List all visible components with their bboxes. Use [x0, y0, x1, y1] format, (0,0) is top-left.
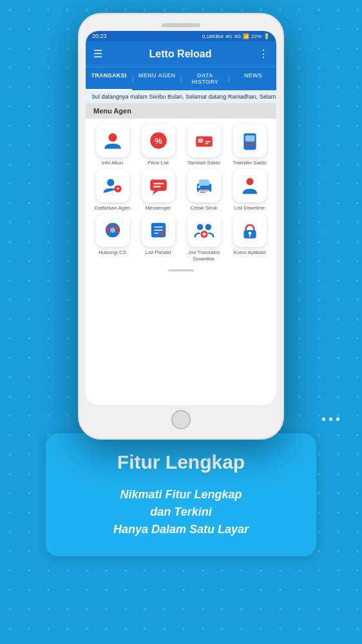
svg-point-35 — [205, 224, 211, 231]
svg-rect-10 — [245, 142, 249, 146]
svg-point-29 — [110, 228, 115, 233]
menu-item-cetak-struk[interactable]: Cetak Struk — [182, 169, 225, 211]
phone-screen: 20:23 0,18KB/d 4G 3G 📶 22% 🔋 ☰ Letto Rel… — [86, 31, 276, 405]
price-list-label: Price List — [148, 160, 169, 166]
jml-transaksi-icon-wrapper — [187, 213, 221, 247]
status-time: 20:23 — [92, 33, 107, 39]
price-list-icon-wrapper: % — [142, 124, 175, 157]
kunci-aplikasi-label: Kunci Aplikasi — [234, 249, 265, 256]
svg-rect-5 — [198, 139, 203, 142]
menu-item-tambah-saldo[interactable]: Tambah Saldo — [182, 124, 225, 166]
signal-4g: 4G — [225, 34, 233, 39]
svg-point-40 — [248, 232, 251, 235]
status-icons: 0,18KB/d 4G 3G 📶 22% 🔋 — [202, 34, 270, 39]
feature-title: Fitur Lengkap — [65, 451, 297, 473]
svg-point-34 — [196, 224, 203, 231]
cetak-struk-icon — [194, 175, 214, 196]
battery-icon: 🔋 — [263, 34, 270, 39]
list-downline-label: List Downline — [234, 205, 265, 211]
info-akun-label: Info Akun — [102, 160, 123, 166]
tab-bar: TRANSAKSI | MENU AGEN | DATA HISTORY | N… — [86, 66, 276, 90]
menu-item-info-akun[interactable]: Info Akun — [91, 124, 134, 166]
list-paralel-icon-wrapper — [142, 213, 175, 247]
list-paralel-label: List Paralel — [146, 249, 171, 256]
kunci-aplikasi-icon — [240, 220, 260, 240]
transfer-saldo-icon-wrapper — [233, 124, 267, 157]
signal-3g: 3G — [234, 34, 241, 39]
svg-rect-20 — [199, 179, 209, 186]
tab-transaksi[interactable]: TRANSAKSI — [86, 67, 132, 90]
svg-point-1 — [108, 133, 117, 142]
phone-frame: 20:23 0,18KB/d 4G 3G 📶 22% 🔋 ☰ Letto Rel… — [78, 13, 284, 440]
feature-subtitle-line3: Hanya Dalam Satu Layar — [113, 523, 249, 536]
hubungi-cs-icon-wrapper — [96, 213, 129, 247]
tab-data-history[interactable]: DATA HISTORY — [182, 67, 228, 90]
menu-item-daftarkan-agen[interactable]: + Daftarkan Agen — [91, 169, 134, 211]
svg-rect-28 — [116, 229, 119, 233]
menu-grid: Info Akun % Price List — [86, 119, 276, 267]
wifi-icon: 📶 — [243, 34, 249, 39]
hubungi-cs-label: Hubungi CS — [99, 249, 126, 256]
feature-card: Fitur Lengkap Nikmati Fitur Lengkap dan … — [46, 433, 316, 556]
tambah-saldo-icon — [194, 130, 214, 151]
dots-indicator: ••• — [321, 412, 362, 427]
hamburger-menu-icon[interactable]: ☰ — [93, 48, 102, 60]
bottom-section: ••• Fitur Lengkap Nikmati Fitur Lengkap … — [0, 405, 362, 644]
cetak-struk-icon-wrapper — [187, 169, 221, 202]
svg-point-25 — [246, 178, 253, 185]
messenger-icon-wrapper — [142, 169, 175, 202]
scroll-indicator-bar — [86, 267, 276, 274]
svg-text:+: + — [116, 185, 120, 192]
svg-point-12 — [107, 179, 114, 186]
svg-marker-16 — [152, 191, 158, 195]
tab-menu-agen[interactable]: MENU AGEN — [134, 67, 180, 90]
kunci-aplikasi-icon-wrapper — [233, 213, 267, 247]
app-header: ☰ Letto Reload ⋮ — [86, 41, 276, 66]
transfer-saldo-icon — [240, 130, 260, 151]
more-options-icon[interactable]: ⋮ — [258, 48, 269, 60]
feature-subtitle: Nikmati Fitur Lengkap dan Terkini Hanya … — [65, 486, 297, 538]
menu-item-list-paralel[interactable]: List Paralel — [137, 213, 180, 262]
app-title: Letto Reload — [149, 48, 212, 60]
status-bar: 20:23 0,18KB/d 4G 3G 📶 22% 🔋 — [86, 31, 276, 41]
tambah-saldo-icon-wrapper — [187, 124, 221, 157]
feature-subtitle-line2: dan Terkini — [150, 505, 211, 518]
daftarkan-agen-icon: + — [102, 175, 123, 196]
svg-rect-27 — [106, 229, 109, 233]
svg-rect-22 — [198, 186, 200, 188]
phone-home-area — [86, 410, 276, 429]
price-list-icon: % — [148, 130, 169, 151]
jml-transaksi-icon — [194, 220, 214, 240]
daftarkan-agen-label: Daftarkan Agen — [95, 205, 130, 211]
feature-subtitle-line1: Nikmati Fitur Lengkap — [120, 488, 242, 501]
info-akun-icon-wrapper — [96, 124, 129, 157]
cetak-struk-label: Cetak Struk — [191, 205, 218, 211]
menu-item-jml-transaksi[interactable]: Jml Transaksi Downline — [182, 213, 225, 262]
menu-item-transfer-saldo[interactable]: Transfer Saldo — [228, 124, 271, 166]
tambah-saldo-label: Tambah Saldo — [187, 160, 220, 166]
hubungi-cs-icon — [102, 220, 123, 240]
menu-item-price-list[interactable]: % Price List — [137, 124, 180, 166]
svg-rect-9 — [245, 135, 254, 142]
menu-item-kunci-aplikasi[interactable]: Kunci Aplikasi — [228, 213, 271, 262]
svg-text:%: % — [155, 136, 162, 146]
tab-news[interactable]: NEWS — [230, 67, 276, 90]
transfer-saldo-label: Transfer Saldo — [233, 160, 266, 166]
scroll-indicator — [168, 269, 194, 271]
svg-rect-11 — [251, 142, 254, 146]
menu-item-hubungi-cs[interactable]: Hubungi CS — [91, 213, 134, 262]
messenger-icon — [148, 175, 169, 196]
list-paralel-icon — [148, 220, 169, 240]
content-area: Menu Agen Info Akun — [86, 103, 276, 274]
daftarkan-agen-icon-wrapper: + — [96, 169, 129, 202]
phone-speaker — [162, 23, 200, 27]
section-header: Menu Agen — [86, 103, 276, 119]
phone-notch — [86, 23, 276, 27]
home-button[interactable] — [171, 410, 191, 429]
battery-level: 22% — [251, 34, 262, 39]
menu-item-messenger[interactable]: Messenger — [137, 169, 180, 211]
jml-transaksi-label: Jml Transaksi Downline — [182, 249, 225, 262]
info-akun-icon — [102, 130, 123, 151]
data-speed: 0,18KB/d — [202, 34, 224, 39]
menu-item-list-downline[interactable]: List Downline — [228, 169, 271, 211]
